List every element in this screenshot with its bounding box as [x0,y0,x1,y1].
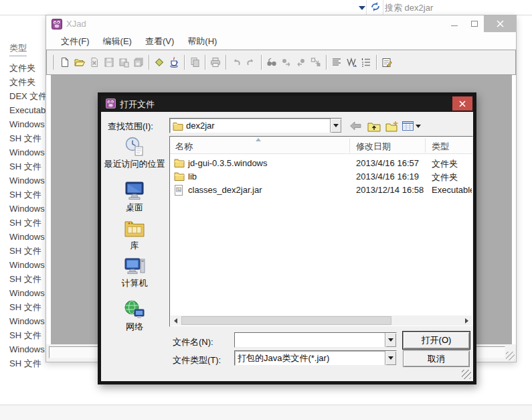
word-wrap-icon[interactable] [344,55,359,70]
undo-icon[interactable] [229,55,244,70]
place-computer[interactable]: 计算机 [101,255,168,288]
screen: 类型 文件夹 文件夹 DEX 文件 Executable Windows SH … [0,0,532,420]
open-file-dialog: 打开文件 查找范围(I): dex2jar [98,92,476,384]
redo-icon[interactable] [244,55,258,70]
type-cell: SH 文件 [0,131,46,145]
refresh-icon [370,1,381,12]
toolbar-grip[interactable] [52,55,54,70]
open-button[interactable]: 打开(O) [403,332,470,349]
new-folder-button[interactable] [384,119,400,133]
save-as-icon[interactable] [116,55,131,70]
place-libraries[interactable]: 库 [101,218,168,251]
column-header-type[interactable]: 类型 [432,141,449,153]
xjad-app-icon [106,98,116,109]
folder-icon [174,158,185,169]
column-separator[interactable] [425,138,426,153]
dialog-close-button[interactable] [452,96,472,111]
sort-ascending-icon [256,138,261,141]
java-icon[interactable] [167,55,181,70]
column-header-name[interactable]: 名称 [175,141,193,153]
explorer-address-bar [0,0,532,15]
close-file-icon[interactable] [87,55,102,70]
refresh-button[interactable] [367,0,383,15]
xjad-toolbar [46,50,516,75]
scroll-right-arrow[interactable] [462,316,472,326]
print-icon[interactable] [208,55,223,70]
toolbar-separator [149,55,149,70]
file-name: lib [188,171,197,182]
explorer-search-input[interactable] [385,0,532,15]
place-label: 计算机 [122,279,148,288]
type-cell: SH 文件 [0,356,46,370]
new-folder-icon [385,121,399,132]
find-next-icon[interactable] [279,55,294,70]
new-file-icon[interactable] [58,55,72,70]
lookin-combobox[interactable]: dex2jar [169,118,342,133]
filetype-combobox[interactable]: 打包的Java类文件(*.jar) [234,350,397,366]
minimize-button[interactable] [445,15,464,31]
find-prev-icon[interactable] [294,55,308,70]
address-dropdown-icon[interactable] [359,6,365,10]
close-icon [497,20,504,27]
xjad-titlebar[interactable]: XJad [46,15,516,33]
place-recent[interactable]: 最近访问的位置 [101,136,168,169]
copy-icon[interactable] [187,55,202,70]
file-row[interactable]: classes_dex2jar.jar 2013/12/14 16:58 Exe… [170,184,472,197]
file-row[interactable]: jd-gui-0.3.5.windows 2013/4/16 16:57 文件夹 [170,157,472,170]
filetype-dropdown-button[interactable] [385,351,396,365]
find-icon[interactable] [264,55,279,70]
file-list: 名称 修改日期 类型 jd-gui-0.3.5.windows [169,136,473,327]
up-one-level-button[interactable] [366,119,382,133]
toolbar-separator [383,0,383,15]
file-row[interactable]: lib 2013/4/16 16:19 文件夹 [170,170,472,184]
lookin-dropdown-button[interactable] [330,119,341,133]
place-label: 网络 [126,322,143,332]
xjad-app-icon [52,19,62,29]
resize-grip[interactable] [506,352,515,360]
type-column-header[interactable]: 类型 [9,42,27,56]
align-icon[interactable] [329,55,344,70]
properties-icon[interactable] [379,55,394,70]
place-label: 桌面 [126,203,143,212]
filename-dropdown-button[interactable] [385,333,396,347]
filetype-value: 打包的Java类文件(*.jar) [235,352,385,364]
place-desktop[interactable]: 桌面 [101,180,168,212]
xjad-close-button[interactable] [484,15,517,32]
filename-combobox[interactable] [234,332,397,348]
explorer-type-column: 文件夹 文件夹 DEX 文件 Executable Windows SH 文件 … [0,61,46,370]
view-menu-button[interactable] [402,119,422,133]
computer-icon [123,255,146,277]
type-cell: SH 文件 [0,328,46,342]
back-button[interactable] [347,119,363,133]
save-icon[interactable] [102,55,116,70]
type-cell: SH 文件 [0,272,46,286]
dialog-resize-grip[interactable] [462,370,471,379]
horizontal-scrollbar[interactable] [171,316,472,326]
place-network[interactable]: 网络 [101,299,168,332]
column-separator[interactable] [349,138,350,153]
column-header-date[interactable]: 修改日期 [356,141,391,153]
cancel-button[interactable]: 取消 [403,350,470,367]
filename-input[interactable] [235,333,385,347]
scrollbar-thumb[interactable] [181,316,391,325]
lookin-value: dex2jar [183,121,330,131]
menu-help[interactable]: 帮助(H) [181,33,224,50]
desktop-icon [123,180,146,201]
file-date: 2013/4/16 16:57 [356,158,419,168]
save-all-icon[interactable] [131,55,146,70]
type-cell: Windows [0,258,46,272]
replace-icon[interactable] [308,55,323,70]
menu-view[interactable]: 查看(V) [139,33,181,50]
open-file-icon[interactable] [72,55,87,70]
dialog-body: 查找范围(I): dex2jar [101,112,473,381]
maximize-button[interactable] [465,15,484,31]
decompile-icon[interactable] [152,55,167,70]
menu-file[interactable]: 文件(F) [54,33,96,50]
type-cell: SH 文件 [0,244,46,258]
chevron-down-icon [416,125,421,128]
dialog-titlebar[interactable]: 打开文件 [101,96,473,112]
line-numbers-icon[interactable] [359,55,373,70]
scroll-left-arrow[interactable] [171,316,181,326]
menu-edit[interactable]: 编辑(E) [96,33,139,50]
up-one-level-icon [367,121,381,132]
